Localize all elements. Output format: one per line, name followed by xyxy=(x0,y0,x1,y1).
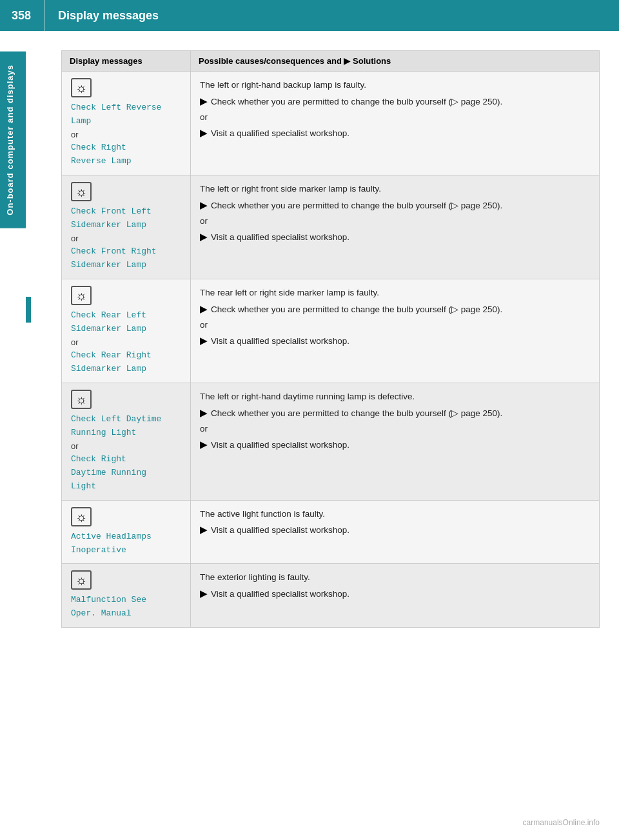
description-text: The left or right-hand daytime running l… xyxy=(200,390,590,404)
display-msg-cell: ☼Check Front LeftSidemarker LamporCheck … xyxy=(62,175,191,279)
solution-item: ▶Visit a qualified specialist workshop. xyxy=(200,587,590,601)
solution-text: Visit a qualified specialist workshop. xyxy=(211,126,349,141)
arrow-icon: ▶ xyxy=(200,199,207,213)
col2-header: Possible causes/consequences and ▶ Solut… xyxy=(191,51,600,72)
solution-text: Check whether you are permitted to chang… xyxy=(211,199,502,213)
or-separator: or xyxy=(200,110,590,125)
solutions-cell: The left or right-hand daytime running l… xyxy=(191,383,600,500)
main-content: Display messages Possible causes/consequ… xyxy=(61,50,600,654)
or-separator: or xyxy=(200,318,590,332)
solution-item: ▶Visit a qualified specialist workshop. xyxy=(200,126,590,141)
solution-item: ▶Check whether you are permitted to chan… xyxy=(200,95,590,109)
description-text: The active light function is faulty. xyxy=(200,507,590,521)
description-text: The exterior lighting is faulty. xyxy=(200,570,590,585)
footer-watermark: carmanualsOnline.info xyxy=(523,818,600,827)
col1-header: Display messages xyxy=(62,51,191,72)
description-text: The rear left or right side marker lamp … xyxy=(200,286,590,300)
solution-text: Visit a qualified specialist workshop. xyxy=(211,523,349,537)
display-msg-cell: ☼Check Left DaytimeRunning LightorCheck … xyxy=(62,383,191,500)
display-msg-text: Check Rear LeftSidemarker LamporCheck Re… xyxy=(71,309,181,376)
arrow-icon: ▶ xyxy=(200,523,207,537)
lamp-icon: ☼ xyxy=(71,570,92,590)
display-msg-cell: ☼Check Rear LeftSidemarker LamporCheck R… xyxy=(62,279,191,383)
solutions-cell: The active light function is faulty.▶Vis… xyxy=(191,500,600,564)
or-separator: or xyxy=(200,422,590,436)
arrow-icon: ▶ xyxy=(200,587,207,601)
solution-item: ▶Visit a qualified specialist workshop. xyxy=(200,438,590,452)
lamp-icon: ☼ xyxy=(71,182,92,201)
lamp-icon: ☼ xyxy=(71,286,92,305)
solution-text: Check whether you are permitted to chang… xyxy=(211,303,502,317)
solution-item: ▶Visit a qualified specialist workshop. xyxy=(200,523,590,537)
solutions-cell: The exterior lighting is faulty.▶Visit a… xyxy=(191,564,600,628)
arrow-icon: ▶ xyxy=(200,303,207,317)
display-msg-cell: ☼Malfunction SeeOper. Manual xyxy=(62,564,191,628)
solution-text: Visit a qualified specialist workshop. xyxy=(211,438,349,452)
solution-text: Visit a qualified specialist workshop. xyxy=(211,587,349,601)
solution-text: Check whether you are permitted to chang… xyxy=(211,406,502,421)
description-text: The left or right front side marker lamp… xyxy=(200,182,590,196)
or-separator: or xyxy=(200,214,590,228)
arrow-icon: ▶ xyxy=(200,95,207,109)
arrow-icon: ▶ xyxy=(200,334,207,348)
display-msg-cell: ☼Active HeadlampsInoperative xyxy=(62,500,191,564)
display-msg-text: Check Front LeftSidemarker LamporCheck F… xyxy=(71,205,181,272)
arrow-icon: ▶ xyxy=(200,438,207,452)
arrow-icon: ▶ xyxy=(200,126,207,141)
solutions-cell: The rear left or right side marker lamp … xyxy=(191,279,600,383)
solutions-cell: The left or right-hand backup lamp is fa… xyxy=(191,72,600,175)
lamp-icon: ☼ xyxy=(71,507,92,526)
sidebar-label: On-board computer and displays xyxy=(0,52,26,228)
lamp-icon: ☼ xyxy=(71,78,92,97)
solution-text: Visit a qualified specialist workshop. xyxy=(211,334,349,348)
solution-item: ▶Check whether you are permitted to chan… xyxy=(200,199,590,213)
arrow-icon: ▶ xyxy=(200,230,207,245)
solutions-cell: The left or right front side marker lamp… xyxy=(191,175,600,279)
solution-item: ▶Check whether you are permitted to chan… xyxy=(200,406,590,421)
arrow-icon: ▶ xyxy=(200,406,207,421)
page-number: 358 xyxy=(0,0,45,31)
solution-item: ▶Check whether you are permitted to chan… xyxy=(200,303,590,317)
solution-text: Visit a qualified specialist workshop. xyxy=(211,230,349,245)
display-msg-text: Check Left ReverseLamporCheck RightRever… xyxy=(71,101,181,168)
header-title: Display messages xyxy=(45,9,159,23)
display-msg-cell: ☼Check Left ReverseLamporCheck RightReve… xyxy=(62,72,191,175)
lamp-icon: ☼ xyxy=(71,390,92,409)
description-text: The left or right-hand backup lamp is fa… xyxy=(200,78,590,92)
display-msg-text: Check Left DaytimeRunning LightorCheck R… xyxy=(71,413,181,494)
display-msg-text: Active HeadlampsInoperative xyxy=(71,530,181,557)
solution-item: ▶Visit a qualified specialist workshop. xyxy=(200,230,590,245)
display-table: Display messages Possible causes/consequ… xyxy=(61,50,600,628)
sidebar-marker xyxy=(26,297,31,323)
solution-text: Check whether you are permitted to chang… xyxy=(211,95,502,109)
solution-item: ▶Visit a qualified specialist workshop. xyxy=(200,334,590,348)
display-msg-text: Malfunction SeeOper. Manual xyxy=(71,594,181,621)
header-bar: 358 Display messages xyxy=(0,0,619,31)
